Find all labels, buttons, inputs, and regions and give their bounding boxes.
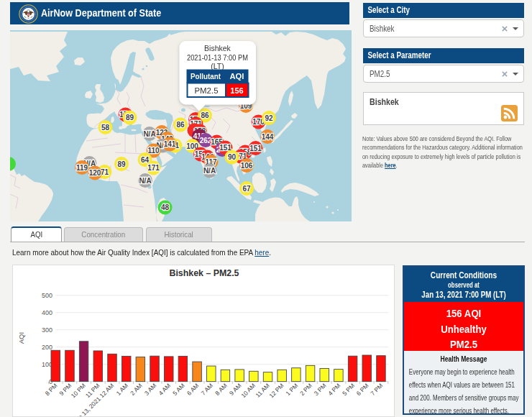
svg-text:86: 86 — [176, 121, 185, 129]
svg-text:141: 141 — [164, 140, 176, 148]
svg-text:3 AM: 3 AM — [143, 382, 158, 397]
svg-text:2 AM: 2 AM — [129, 382, 144, 397]
svg-text:5 PM: 5 PM — [341, 382, 356, 397]
svg-text:2 PM: 2 PM — [298, 382, 313, 397]
svg-text:N/A: N/A — [203, 167, 216, 175]
svg-text:4 PM: 4 PM — [326, 382, 341, 397]
svg-text:7 AM: 7 AM — [200, 382, 215, 397]
svg-text:8 PM: 8 PM — [44, 382, 59, 397]
svg-text:AQI: AQI — [230, 72, 244, 81]
svg-text:300: 300 — [42, 326, 52, 334]
svg-text:58: 58 — [101, 124, 110, 132]
svg-text:N/A: N/A — [139, 177, 151, 185]
svg-text:2021-01-13 7:00 PM: 2021-01-13 7:00 PM — [187, 53, 248, 62]
svg-text:89: 89 — [126, 114, 134, 122]
svg-text:48: 48 — [161, 203, 170, 211]
svg-text:400: 400 — [42, 309, 52, 316]
svg-text:151: 151 — [249, 145, 262, 152]
svg-text:(LT): (LT) — [211, 62, 224, 70]
svg-text:90: 90 — [228, 153, 237, 161]
svg-text:5 AM: 5 AM — [171, 382, 186, 397]
svg-text:92: 92 — [265, 114, 273, 122]
svg-text:N/A: N/A — [143, 130, 155, 138]
svg-text:1 AM: 1 AM — [114, 382, 129, 397]
svg-text:67: 67 — [242, 185, 251, 193]
svg-text:64: 64 — [141, 156, 150, 164]
svg-text:11 AM: 11 AM — [254, 382, 270, 398]
svg-text:10 PM: 10 PM — [70, 382, 87, 399]
svg-text:Bishkek – PM2.5: Bishkek – PM2.5 — [169, 268, 239, 278]
svg-text:106: 106 — [241, 162, 253, 170]
svg-text:86: 86 — [201, 111, 209, 119]
svg-text:6 PM: 6 PM — [355, 382, 370, 397]
svg-text:6 AM: 6 AM — [185, 382, 201, 397]
svg-text:156: 156 — [230, 86, 243, 95]
svg-text:Pollutant: Pollutant — [191, 72, 221, 81]
svg-text:144: 144 — [262, 133, 274, 141]
svg-text:10 AM: 10 AM — [239, 382, 257, 399]
svg-text:171: 171 — [147, 164, 160, 172]
svg-text:AQI: AQI — [17, 332, 25, 344]
svg-text:Bishkek: Bishkek — [204, 44, 231, 52]
svg-text:1 PM: 1 PM — [284, 382, 299, 397]
svg-text:7 PM: 7 PM — [369, 382, 384, 397]
svg-text:89: 89 — [117, 160, 126, 168]
svg-text:8 AM: 8 AM — [214, 382, 229, 397]
svg-text:12 PM: 12 PM — [267, 382, 285, 399]
svg-text:500: 500 — [42, 292, 52, 299]
svg-text:119: 119 — [76, 164, 88, 172]
svg-text:110: 110 — [147, 147, 160, 155]
svg-text:4 AM: 4 AM — [157, 382, 173, 397]
svg-text:200: 200 — [42, 344, 52, 351]
svg-text:120: 120 — [89, 169, 101, 177]
svg-text:3 PM: 3 PM — [313, 382, 328, 397]
svg-text:PM2.5: PM2.5 — [195, 86, 219, 95]
